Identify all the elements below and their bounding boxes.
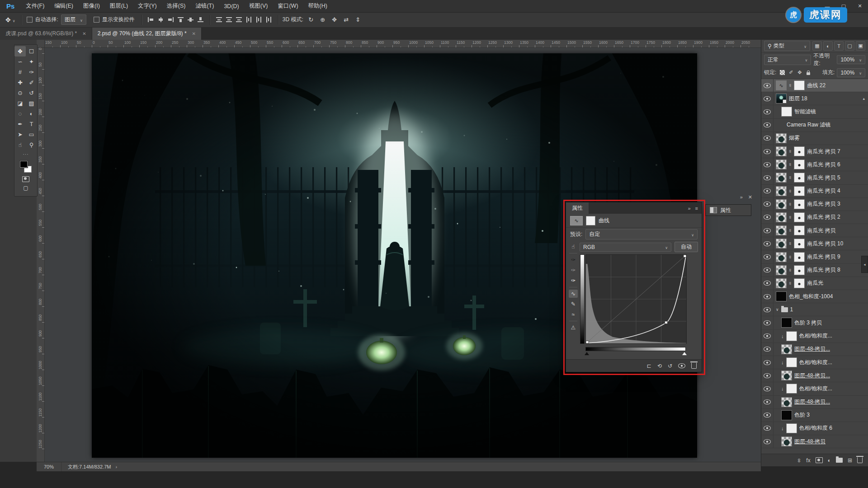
layer-row[interactable]: ↓色相/饱和度... [761,356,868,369]
foreground-color-swatch[interactable] [20,161,28,168]
filter-pixel-layers-icon[interactable]: ▦ [812,41,822,51]
tab-close-icon[interactable]: ✕ [192,31,196,36]
3d-rotate-icon[interactable]: ↻ [306,15,316,25]
visibility-eye-icon[interactable] [764,241,771,246]
curves-grid[interactable] [585,254,687,344]
visibility-eye-icon[interactable] [764,109,771,114]
auto-button[interactable]: 自动 [675,242,698,252]
layer-visibility-cell[interactable] [761,79,774,92]
align-bottom-edges-icon[interactable] [196,15,206,25]
panel-collapse-icon[interactable]: » [688,206,690,211]
layer-style-fx-icon[interactable]: fx [806,457,810,464]
delete-adjustment-icon[interactable] [691,363,697,369]
layer-row[interactable]: 图层-48-拷贝... [761,343,868,356]
collapse-dock-icon[interactable]: » [740,194,743,200]
channel-dropdown[interactable]: RGB [580,243,671,252]
layer-visibility-cell[interactable] [761,185,774,197]
lock-transparent-pixels-icon[interactable] [778,69,786,76]
layer-row[interactable]: 图层-48-拷贝 [761,435,868,448]
black-point-eyedropper-icon[interactable]: ✑ [569,256,578,264]
healing-brush-tool[interactable]: ✚ [14,77,26,88]
auto-select-dropdown[interactable]: 图层 [61,14,86,25]
clone-stamp-tool[interactable]: ⊙ [14,88,26,98]
layer-row[interactable]: ∞南瓜光 拷贝 3 [761,198,868,211]
visibility-eye-icon[interactable] [764,399,771,404]
new-layer-icon[interactable]: ⊞ [848,457,852,464]
layer-visibility-cell[interactable] [761,224,774,237]
filter-smart-objects-icon[interactable]: ▣ [856,41,865,51]
layer-visibility-cell[interactable] [761,132,774,145]
visibility-eye-icon[interactable] [764,175,771,180]
distribute-right-edges-icon[interactable] [264,15,274,25]
layer-row[interactable]: 色相_饱和度-1004 [761,290,868,303]
layer-row[interactable]: 烟雾 [761,132,868,145]
visibility-eye-icon[interactable] [764,96,771,101]
dock-collapse-arrow[interactable]: ◂ [861,256,868,273]
lock-all-icon[interactable] [804,69,812,76]
lock-image-pixels-icon[interactable]: ✐ [787,69,795,76]
layer-visibility-cell[interactable] [761,316,774,329]
visibility-eye-icon[interactable] [764,267,771,272]
view-previous-state-icon[interactable]: ⟲ [657,363,662,369]
edit-curve-points-icon[interactable]: ∿ [569,290,578,298]
layer-visibility-cell[interactable] [761,145,774,158]
visibility-eye-icon[interactable] [764,413,771,418]
layer-visibility-cell[interactable] [761,250,774,263]
visibility-eye-icon[interactable] [764,228,771,233]
curve-point-shadows[interactable] [586,341,589,343]
draw-curve-pencil-icon[interactable]: ✎ [569,300,578,308]
visibility-eye-icon[interactable] [764,188,771,193]
active-tool-icon[interactable]: ✥ [4,16,17,23]
opacity-dropdown[interactable]: 100% [837,55,865,64]
menu-item-9[interactable]: 窗口(W) [273,0,303,12]
layer-row[interactable]: 色阶 3 [761,409,868,422]
hand-tool[interactable]: ☝ [14,140,26,150]
docked-properties-tab[interactable]: 属性 [705,204,751,216]
layer-visibility-cell[interactable] [761,409,774,422]
layer-visibility-cell[interactable] [761,92,774,105]
3d-scale-icon[interactable]: ⇕ [353,15,363,25]
3d-drag-icon[interactable]: ✥ [330,15,340,25]
curve-point-mid[interactable] [665,321,667,324]
filter-shape-layers-icon[interactable]: ▢ [845,41,854,51]
menu-item-0[interactable]: 文件(F) [21,0,49,12]
align-right-edges-icon[interactable] [166,15,176,25]
filter-type-layers-icon[interactable]: T [834,41,844,51]
zoom-level-field[interactable]: 70% [37,462,61,471]
layer-row[interactable]: 图层-48-拷贝... [761,396,868,409]
eyedropper-tool[interactable]: ✑ [26,67,37,77]
layer-row[interactable]: Camera Raw 滤镜 [761,119,868,132]
layer-row[interactable]: ∿∞曲线 22 [761,79,868,92]
layer-visibility-cell[interactable] [761,290,774,303]
menu-item-6[interactable]: 滤镜(T) [190,0,219,12]
layer-visibility-cell[interactable] [761,105,774,118]
layer-row[interactable]: ∞南瓜光 拷贝 9 [761,250,868,263]
rectangle-tool[interactable]: ▭ [26,129,37,140]
smart-filter-collapse-icon[interactable]: ▴ [863,96,868,101]
menu-item-5[interactable]: 选择(S) [162,0,191,12]
visibility-eye-icon[interactable] [764,136,771,141]
visibility-eye-icon[interactable] [764,439,771,444]
edit-toolbar-icon[interactable]: ··· [14,150,37,159]
clipping-warning-icon[interactable]: ⚠ [569,324,578,332]
new-group-icon[interactable] [836,458,843,463]
filter-kind-dropdown[interactable]: ⚲类型 [764,41,810,51]
quick-selection-tool[interactable]: ✦ [26,56,37,67]
layer-visibility-cell[interactable] [761,422,774,435]
white-point-eyedropper-icon[interactable]: ✑ [569,277,578,285]
menu-item-1[interactable]: 编辑(E) [49,0,78,12]
3d-slide-icon[interactable]: ⇄ [341,15,351,25]
layer-row[interactable]: ∞南瓜光 拷贝 2 [761,211,868,224]
visibility-eye-icon[interactable] [764,202,771,206]
layer-row[interactable]: ∞南瓜光 拷贝 10 [761,237,868,250]
toggle-visibility-icon[interactable] [678,363,685,368]
layer-row[interactable]: ∞南瓜光 拷贝 8 [761,264,868,277]
dodge-tool[interactable]: ◐ [26,108,37,119]
visibility-eye-icon[interactable] [764,333,771,338]
layer-row[interactable]: ↓色相/饱和度... [761,382,868,395]
menu-item-10[interactable]: 帮助(H) [303,0,332,12]
align-horizontal-centers-icon[interactable] [156,15,166,25]
layer-visibility-cell[interactable] [761,303,774,316]
close-dock-icon[interactable]: ✕ [748,194,752,200]
visibility-eye-icon[interactable] [764,320,771,325]
